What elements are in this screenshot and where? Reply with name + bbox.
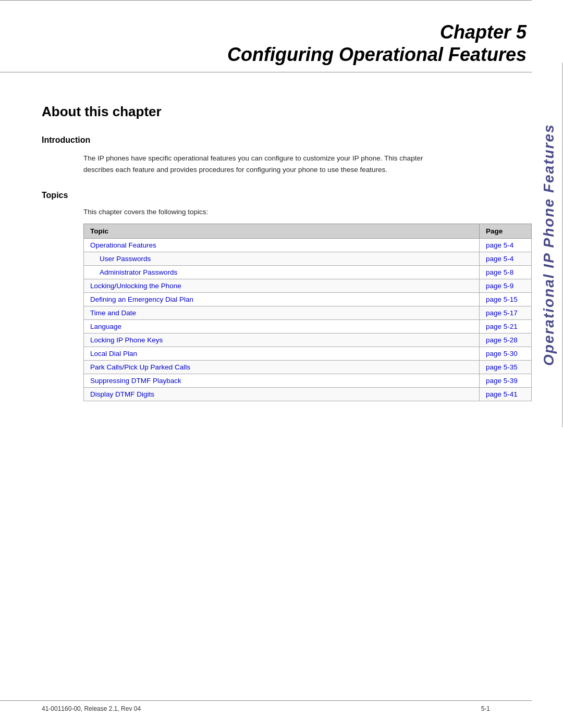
table-row: Local Dial Planpage 5-30 [84, 347, 532, 361]
chapter-header: Chapter 5 Configuring Operational Featur… [0, 6, 532, 66]
footer-left: 41-001160-00, Release 2.1, Rev 04 [42, 705, 141, 712]
topic-cell[interactable]: Local Dial Plan [84, 347, 480, 361]
table-row: Display DTMF Digitspage 5-41 [84, 388, 532, 401]
page-footer: 41-001160-00, Release 2.1, Rev 04 5-1 [0, 700, 532, 712]
table-row: User Passwordspage 5-4 [84, 252, 532, 266]
topic-cell[interactable]: Display DTMF Digits [84, 388, 480, 401]
topics-intro-text: This chapter covers the following topics… [42, 208, 532, 216]
page-container: Operational IP Phone Features Chapter 5 … [0, 0, 563, 728]
topics-table: Topic Page Operational Featurespage 5-4U… [83, 224, 532, 401]
top-divider [0, 0, 532, 1]
page-cell[interactable]: page 5-8 [480, 266, 532, 279]
page-cell[interactable]: page 5-21 [480, 320, 532, 334]
table-row: Time and Datepage 5-17 [84, 306, 532, 320]
bottom-divider [0, 72, 532, 72]
topic-cell[interactable]: Park Calls/Pick Up Parked Calls [84, 361, 480, 374]
topic-cell[interactable]: Defining an Emergency Dial Plan [84, 293, 480, 306]
footer-right: 5-1 [481, 705, 490, 712]
chapter-title: Configuring Operational Features [0, 43, 527, 66]
topic-cell[interactable]: Administrator Passwords [84, 266, 480, 279]
table-row: Locking/Unlocking the Phonepage 5-9 [84, 279, 532, 293]
page-cell[interactable]: page 5-30 [480, 347, 532, 361]
topic-cell[interactable]: Locking/Unlocking the Phone [84, 279, 480, 293]
topic-cell[interactable]: Locking IP Phone Keys [84, 334, 480, 347]
introduction-heading: Introduction [42, 135, 532, 145]
topic-cell[interactable]: Time and Date [84, 306, 480, 320]
page-cell[interactable]: page 5-4 [480, 239, 532, 252]
about-title: About this chapter [42, 104, 532, 120]
page-cell[interactable]: page 5-9 [480, 279, 532, 293]
table-header-topic: Topic [84, 224, 480, 239]
table-row: Suppressing DTMF Playbackpage 5-39 [84, 374, 532, 388]
table-row: Operational Featurespage 5-4 [84, 239, 532, 252]
table-header-page: Page [480, 224, 532, 239]
page-cell[interactable]: page 5-39 [480, 374, 532, 388]
table-row: Languagepage 5-21 [84, 320, 532, 334]
about-section: About this chapter Introduction The IP p… [0, 104, 532, 401]
page-cell[interactable]: page 5-4 [480, 252, 532, 266]
topic-cell[interactable]: User Passwords [84, 252, 480, 266]
topic-cell[interactable]: Operational Features [84, 239, 480, 252]
table-row: Locking IP Phone Keyspage 5-28 [84, 334, 532, 347]
table-row: Defining an Emergency Dial Planpage 5-15 [84, 293, 532, 306]
table-row: Administrator Passwordspage 5-8 [84, 266, 532, 279]
page-cell[interactable]: page 5-15 [480, 293, 532, 306]
topic-cell[interactable]: Suppressing DTMF Playback [84, 374, 480, 388]
page-cell[interactable]: page 5-41 [480, 388, 532, 401]
topic-cell[interactable]: Language [84, 320, 480, 334]
page-cell[interactable]: page 5-28 [480, 334, 532, 347]
page-cell[interactable]: page 5-17 [480, 306, 532, 320]
sidebar-label: Operational IP Phone Features [536, 63, 563, 427]
introduction-text: The IP phones have specific operational … [42, 153, 433, 175]
chapter-number: Chapter 5 [0, 21, 527, 43]
topics-heading: Topics [42, 191, 532, 200]
table-row: Park Calls/Pick Up Parked Callspage 5-35 [84, 361, 532, 374]
page-cell[interactable]: page 5-35 [480, 361, 532, 374]
